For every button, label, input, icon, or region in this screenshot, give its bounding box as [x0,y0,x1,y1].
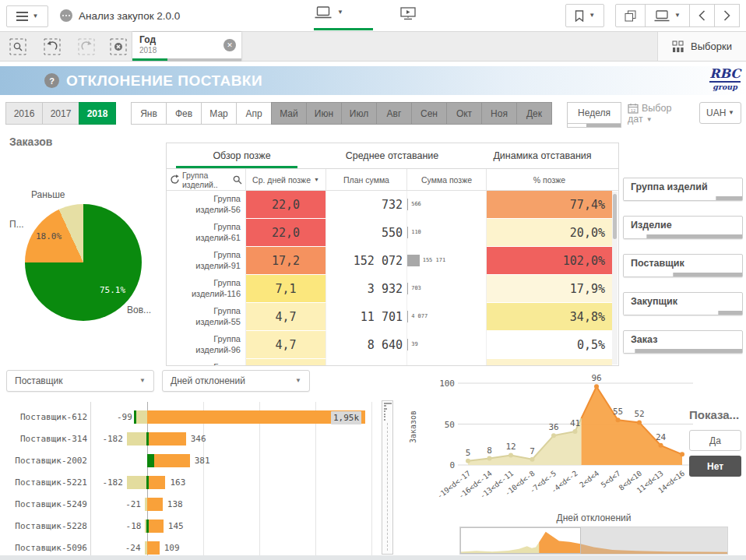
column-header-group-label: Группа изделий.. [182,171,233,189]
column-header-plan-sum[interactable]: План сумма [326,169,407,190]
bar-late[interactable] [147,432,186,446]
month-button-2[interactable]: Фев [166,102,202,125]
filter-box-1[interactable]: Группа изделий [623,178,743,201]
late-sum-label: 566 [411,201,421,207]
filter-box-3[interactable]: Поставщик [623,254,743,277]
orders-area-chart[interactable]: 100500Заказов5-19<d<-178-16<d<-1412-13<d… [408,371,696,509]
undo-selection-button[interactable] [44,38,61,55]
table-row[interactable]: Группаизделий-9117,2152 072155 171102,0% [167,247,618,275]
bar-late[interactable] [154,454,190,467]
tab-late-overview[interactable]: Обзор позже [167,143,317,168]
week-button[interactable]: Неделя [567,102,621,128]
presentation-icon [400,7,416,20]
filter-box-5[interactable]: Заказ [623,330,743,354]
year-button-2016[interactable]: 2016 [5,102,43,125]
selections-tool-button[interactable]: Выборки [657,32,746,61]
month-button-9[interactable]: Сен [411,102,447,125]
hamburger-icon [16,12,28,21]
column-header-late-sum[interactable]: Сумма позже [407,169,487,190]
filter-box-2[interactable]: Изделие [623,216,743,239]
bar-early[interactable] [136,410,147,424]
chevron-left-icon [698,10,706,21]
orders-pie-chart[interactable] [25,204,142,321]
show-yes-button[interactable]: Да [689,430,741,451]
tab-label: Среднее отставание [346,150,439,161]
month-button-6[interactable]: Июн [306,102,342,125]
month-button-3[interactable]: Мар [201,102,237,125]
table-row[interactable]: Группаизделий-6122,055011020,0% [167,219,618,247]
bar-late-value: 346 [191,432,206,446]
show-no-button[interactable]: Нет [689,456,741,477]
redo-selection-button[interactable] [78,38,95,55]
next-sheet-button[interactable] [714,4,740,27]
duplicate-sheet-button[interactable] [615,4,646,27]
month-button-5[interactable]: Май [271,102,307,125]
clear-selections-button[interactable] [110,38,127,55]
app-options-icon[interactable] [60,9,72,22]
brush-dim-overlay [581,527,727,554]
svg-text:36: 36 [548,422,558,432]
supplier-dropdown[interactable]: Поставщик ▼ [6,370,154,392]
selection-close-icon[interactable]: ✕ [223,39,236,51]
days-dropdown[interactable]: Дней отклонений ▼ [162,370,310,392]
month-button-11[interactable]: Ноя [481,102,517,125]
filter-box-4[interactable]: Закупщик [623,292,743,315]
table-row[interactable]: Группаизделий-5622,073256677,4% [167,191,618,219]
month-button-8[interactable]: Авг [376,102,412,125]
sheet-view-button[interactable]: ▼ [315,6,343,19]
week-button-label: Неделя [567,102,621,124]
month-button-4[interactable]: Апр [236,102,272,125]
bar-early[interactable] [127,432,147,446]
bar-minimap[interactable] [382,400,393,555]
currency-dropdown[interactable]: UAH ▼ [699,102,741,124]
table-row[interactable]: Группаизделий-554,711 7014 07734,8% [167,303,618,331]
cell-avg-days: 7,1 [246,275,326,303]
days-dropdown-label: Дней отклонений [171,375,245,386]
help-icon[interactable]: ? [44,73,59,88]
bookmarks-button[interactable]: ▼ [565,4,604,27]
table-row[interactable]: Группаизделий4,24 708 30421,2% [167,359,618,366]
bar-ontime[interactable] [147,454,154,467]
toolbar-right-buttons: ▼ ▼ [565,4,740,27]
rbc-logo-line2: group [709,83,741,91]
selection-chip-year[interactable]: Год 2018 ✕ [132,32,241,61]
svg-text:96: 96 [591,373,601,383]
cell-group: Группаизделий-91 [167,247,246,275]
year-button-2018[interactable]: 2018 [79,102,116,125]
date-picker-button[interactable]: 12 Выбор дат ▼ [628,103,671,125]
bar-late[interactable] [147,476,165,489]
bar-late[interactable] [147,541,160,555]
pie-value-late: 18.0% [36,231,62,241]
brush-window[interactable] [460,527,581,554]
table-row[interactable]: Группаизделий-964,78 640390,5% [167,331,618,359]
tab-average-lag[interactable]: Среднее отставание [317,143,467,168]
hamburger-menu-button[interactable]: ▼ [6,5,48,27]
month-button-10[interactable]: Окт [446,102,482,125]
cell-late-pct: 77,4% [487,191,612,219]
smart-search-button[interactable] [9,38,26,55]
column-header-group[interactable]: Группа изделий.. [167,169,246,190]
prev-sheet-button[interactable] [689,4,715,27]
table-row[interactable]: Группаизделий-1167,13 93270317,9% [167,275,618,303]
supplier-bar-chart[interactable]: Поставщик-612-991,95kПоставщик-314-18234… [6,396,396,558]
column-header-late-pct[interactable]: % позже [487,169,612,190]
year-button-2017[interactable]: 2017 [42,102,79,125]
presentation-mode-button[interactable] [400,7,416,20]
sheet-selector-button[interactable]: ▼ [645,4,690,27]
cell-group: Группаизделий-96 [167,331,246,359]
cell-late-pct: 20,0% [487,219,612,247]
pie-panel-title: Заказов [9,136,52,148]
column-header-avg-days[interactable]: Ср. дней позже ▼ [246,169,326,190]
bar-early[interactable] [127,476,147,489]
cell-plan-sum: 550 [326,219,407,247]
deviation-range-brush[interactable] [459,527,728,555]
cell-plan-sum: 11 701 [326,303,407,331]
month-button-12[interactable]: Дек [516,102,552,125]
bar-late[interactable] [147,498,163,511]
tab-lag-dynamics[interactable]: Динамика отставания [467,143,618,168]
month-button-1[interactable]: Янв [131,102,167,125]
bar-late[interactable] [147,519,164,533]
pie-value-ontime: 75.1% [100,285,125,295]
table-scrollbar[interactable] [612,192,618,365]
month-button-7[interactable]: Июл [341,102,377,125]
